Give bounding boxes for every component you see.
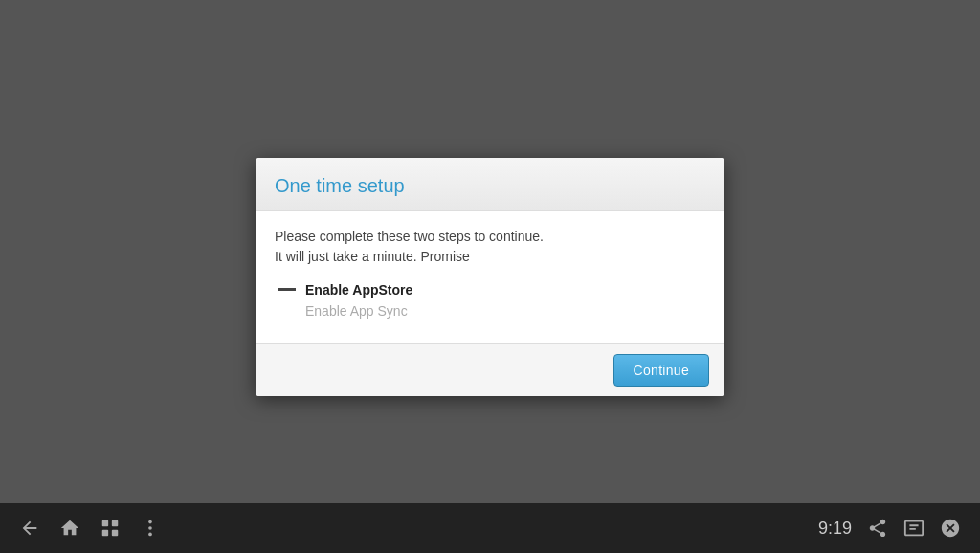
svg-point-5 [148,526,152,530]
back-icon [19,518,40,539]
dialog-description: Please complete these two steps to conti… [275,227,705,267]
menu-dots-icon [140,518,161,539]
dialog-body: Please complete these two steps to conti… [256,211,724,343]
dialog-header: One time setup [256,158,724,211]
step2-label: Enable App Sync [305,303,408,319]
step1-label: Enable AppStore [305,282,412,298]
navigation-bar: 9:19 [0,503,980,553]
svg-rect-1 [112,520,118,526]
dialog: One time setup Please complete these two… [256,158,724,396]
back-button[interactable] [19,518,40,539]
svg-rect-0 [102,520,108,526]
recents-icon [100,518,121,539]
step1-done-indicator [278,288,296,291]
nav-left-icons [19,518,161,539]
home-icon [59,518,80,539]
svg-rect-2 [102,530,108,536]
steps-list: Enable AppStore Enable App Sync [275,282,705,319]
dialog-footer: Continue [256,343,724,396]
status-time: 9:19 [818,519,852,539]
recents-button[interactable] [100,518,121,539]
close-icon [940,518,961,539]
svg-rect-3 [112,530,118,536]
menu-button[interactable] [140,518,161,539]
step1-item: Enable AppStore [278,282,705,298]
screen-mirror-icon [903,518,924,539]
screen: One time setup Please complete these two… [0,0,980,553]
screen-mirror-button[interactable] [903,518,924,539]
nav-right-icons: 9:19 [818,518,961,539]
svg-point-6 [148,533,152,537]
step2-item: Enable App Sync [278,303,705,319]
dialog-title: One time setup [275,175,705,197]
home-button[interactable] [59,518,80,539]
close-button[interactable] [940,518,961,539]
continue-button[interactable]: Continue [613,354,709,387]
svg-point-4 [148,520,152,524]
share-icon [867,518,888,539]
share-button[interactable] [867,518,888,539]
